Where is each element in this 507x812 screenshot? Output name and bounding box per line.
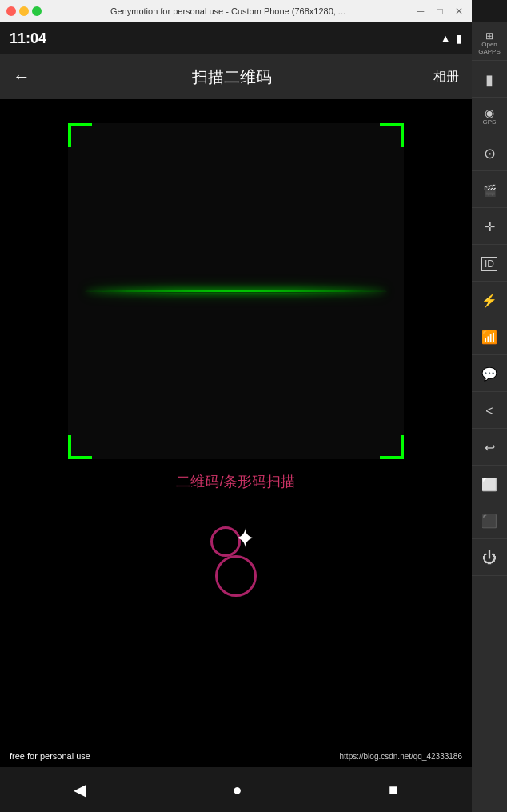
- recent-sidebar-icon: ⬜: [481, 477, 497, 492]
- window-title: Genymotion for personal use - Custom Pho…: [42, 6, 414, 16]
- sidebar-id[interactable]: ID: [472, 246, 507, 282]
- watermark-url: https://blog.csdn.net/qq_42333186: [340, 752, 462, 761]
- sidebar-share[interactable]: <: [472, 394, 507, 429]
- scan-line: [85, 290, 387, 293]
- minimize-button[interactable]: ─: [414, 6, 427, 17]
- icon-group: ✦: [204, 523, 268, 603]
- watermark-left: free for personal use: [10, 751, 90, 761]
- share-sidebar-icon: <: [485, 404, 493, 418]
- camera-sidebar-icon: ⊙: [484, 145, 496, 162]
- sidebar-open-gapps[interactable]: ⊞ OpenGAPPS: [472, 26, 507, 61]
- corner-top-right: [380, 123, 404, 147]
- battery-icon: ▮: [456, 32, 462, 45]
- sidebar-battery[interactable]: ▮: [472, 62, 507, 98]
- corner-top-left: [68, 123, 92, 147]
- sidebar-wifi[interactable]: 📶: [472, 320, 507, 355]
- app-header: ← 扫描二维码 相册: [0, 54, 472, 99]
- close-button[interactable]: ✕: [453, 6, 465, 17]
- scan-label: 二维码/条形码扫描: [176, 472, 295, 491]
- status-bar: 11:04 ▲ ▮: [0, 22, 472, 54]
- flash-sidebar-icon: ⚡: [481, 293, 497, 308]
- video-sidebar-icon: 🎬: [483, 184, 497, 197]
- header-title: 扫描二维码: [30, 66, 433, 88]
- sidebar-power[interactable]: ⏻: [472, 541, 507, 576]
- battery-sidebar-icon: ▮: [485, 71, 493, 89]
- sidebar-move[interactable]: ✛: [472, 210, 507, 245]
- power-sidebar-icon: ⏻: [482, 550, 497, 566]
- status-icons: ▲ ▮: [440, 32, 462, 45]
- camera-area: 二维码/条形码扫描: [0, 99, 472, 491]
- nav-bar: ◀ ● ■: [0, 767, 472, 812]
- nav-recent-button[interactable]: ■: [389, 781, 398, 799]
- sidebar-back[interactable]: ↩: [472, 430, 507, 466]
- signal-icon: ▲: [440, 32, 451, 45]
- minimize-dot[interactable]: [19, 6, 29, 16]
- corner-bottom-right: [380, 435, 404, 459]
- bottom-area: ✦: [0, 491, 472, 603]
- nav-back-button[interactable]: ◀: [74, 780, 86, 799]
- scan-frame-container: [68, 123, 404, 459]
- scan-viewport: [68, 123, 404, 459]
- window-controls: ─ □ ✕: [414, 6, 465, 17]
- wifi-sidebar-icon: 📶: [481, 330, 497, 345]
- large-circle-icon: [215, 555, 257, 597]
- sidebar-chat[interactable]: 💬: [472, 357, 507, 392]
- back-sidebar-icon: ↩: [485, 440, 495, 455]
- gps-label: GPS: [483, 119, 497, 126]
- back-button[interactable]: ←: [13, 66, 30, 87]
- maximize-dot[interactable]: [32, 6, 42, 16]
- watermark-bar: free for personal use https://blog.csdn.…: [0, 745, 472, 767]
- sidebar-gps[interactable]: ◉ GPS: [472, 99, 507, 134]
- close-dot[interactable]: [6, 6, 16, 16]
- corner-bottom-left: [68, 435, 92, 459]
- status-time: 11:04: [10, 30, 46, 47]
- right-sidebar: ⊞ OpenGAPPS ▮ ◉ GPS ⊙ 🎬 ✛ ID ⚡ 📶 💬 < ↩: [472, 22, 507, 812]
- move-sidebar-icon: ✛: [485, 219, 495, 234]
- sidebar-camera[interactable]: ⊙: [472, 136, 507, 171]
- home-sidebar-icon: ⬛: [481, 514, 497, 529]
- sidebar-video[interactable]: 🎬: [472, 173, 507, 208]
- window-dots: [6, 6, 42, 16]
- chat-sidebar-icon: 💬: [481, 366, 497, 382]
- cursor-icon: ✦: [234, 523, 256, 554]
- sidebar-recent[interactable]: ⬜: [472, 467, 507, 502]
- maximize-button[interactable]: □: [433, 6, 446, 17]
- nav-home-button[interactable]: ●: [232, 781, 242, 799]
- open-gapps-label: OpenGAPPS: [478, 42, 501, 56]
- title-bar: Genymotion for personal use - Custom Pho…: [0, 0, 472, 22]
- sidebar-flash[interactable]: ⚡: [472, 283, 507, 318]
- album-button[interactable]: 相册: [433, 69, 459, 86]
- sidebar-home[interactable]: ⬛: [472, 504, 507, 539]
- phone-frame: 11:04 ▲ ▮ ← 扫描二维码 相册 二维码/条形码扫描: [0, 22, 472, 812]
